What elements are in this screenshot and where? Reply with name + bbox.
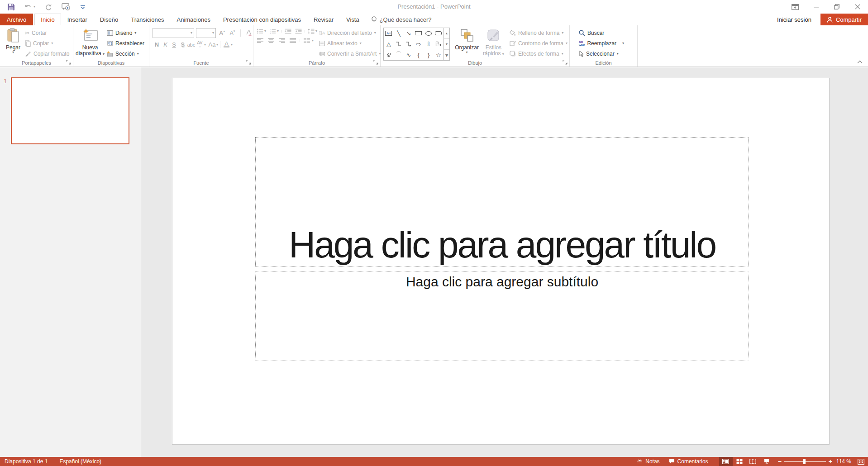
arrange-button[interactable]: Organizar ▾ [453, 27, 481, 60]
new-slide-dropdown-icon[interactable]: ▾ [103, 52, 105, 56]
shape-arc-icon[interactable]: ⌒ [394, 49, 404, 60]
cut-button[interactable]: ✂ Cortar [23, 28, 71, 38]
numbering-icon[interactable]: 123 [270, 29, 276, 34]
select-dropdown-icon[interactable]: ▾ [617, 52, 619, 56]
align-text-dropdown-icon[interactable]: ▾ [360, 42, 362, 45]
section-button[interactable]: Sección ▾ [105, 48, 146, 59]
shape-fill-button[interactable]: Relleno de forma ▾ [508, 28, 569, 38]
copy-button[interactable]: Copiar ▾ [23, 38, 71, 48]
layout-button[interactable]: Diseño ▾ [105, 28, 146, 38]
shape-outline-button[interactable]: Contorno de forma ▾ [508, 38, 569, 48]
ribbon-display-options-icon[interactable] [785, 0, 806, 14]
columns-dropdown-icon[interactable]: ▾ [312, 39, 314, 43]
zoom-slider[interactable] [784, 461, 826, 462]
replace-dropdown-icon[interactable]: ▾ [622, 42, 624, 45]
align-text-button[interactable]: Alinear texto ▾ [317, 38, 382, 48]
character-spacing-button[interactable]: AV↔ [196, 40, 204, 49]
shape-right-brace-icon[interactable]: } [424, 49, 434, 60]
arrange-dropdown-icon[interactable]: ▾ [466, 51, 468, 54]
italic-button[interactable]: K [161, 40, 170, 49]
zoom-slider-thumb[interactable] [803, 459, 806, 464]
customize-qat-icon[interactable] [80, 4, 86, 10]
text-direction-button[interactable]: A Dirección del texto ▾ [317, 28, 382, 38]
align-center-icon[interactable] [268, 38, 274, 43]
zoom-out-button[interactable]: − [778, 458, 782, 465]
undo-icon[interactable]: ▾ [24, 4, 35, 10]
quick-styles-dropdown-icon[interactable]: ▾ [502, 52, 504, 56]
clipboard-dialog-launcher-icon[interactable] [66, 60, 71, 65]
shape-outline-dropdown-icon[interactable]: ▾ [566, 42, 568, 45]
quick-styles-button[interactable]: Estilos rápidos ▾ [481, 27, 506, 60]
notes-toggle[interactable]: Notas [632, 457, 664, 466]
paste-button[interactable]: Pegar ▾ [3, 27, 23, 60]
layout-dropdown-icon[interactable]: ▾ [134, 31, 136, 35]
font-color-button[interactable]: A [222, 40, 231, 49]
shapes-scroll-up-icon[interactable]: ▲ [444, 28, 449, 39]
shape-effects-dropdown-icon[interactable]: ▾ [562, 52, 563, 56]
tell-me-box[interactable]: ¿Qué desea hacer? [366, 14, 437, 25]
reset-button[interactable]: Restablecer [105, 38, 146, 48]
shape-rectangle-icon[interactable] [414, 28, 424, 39]
shape-elbow-arrow-connector-icon[interactable] [404, 39, 414, 50]
bullets-icon[interactable] [257, 29, 263, 34]
shape-line-icon[interactable]: ╲ [394, 28, 404, 39]
tab-file[interactable]: Archivo [0, 14, 33, 25]
tab-presentacion[interactable]: Presentación con diapositivas [217, 14, 307, 25]
columns-icon[interactable] [304, 38, 310, 43]
font-color-dropdown-icon[interactable]: ▾ [231, 43, 233, 47]
font-name-combo[interactable]: ▾ [153, 28, 194, 38]
comments-toggle[interactable]: Comentarios [664, 457, 713, 466]
shapes-scroll-down-icon[interactable]: ▼ [444, 39, 449, 50]
select-button[interactable]: Seleccionar ▾ [577, 48, 637, 59]
drawing-dialog-launcher-icon[interactable] [563, 60, 568, 65]
tab-transiciones[interactable]: Transiciones [124, 14, 170, 25]
view-reading-button[interactable] [746, 457, 760, 466]
shape-scribble-icon[interactable] [384, 49, 394, 60]
start-from-beginning-icon[interactable] [62, 3, 71, 11]
numbering-dropdown-icon[interactable]: ▾ [277, 29, 279, 33]
undo-dropdown-icon[interactable]: ▾ [33, 5, 35, 9]
view-normal-button[interactable] [719, 457, 733, 466]
tab-animaciones[interactable]: Animaciones [170, 14, 216, 25]
grow-font-button[interactable]: A▴ [218, 29, 226, 38]
title-placeholder[interactable]: Haga clic para agregar título [255, 137, 749, 266]
text-direction-dropdown-icon[interactable]: ▾ [374, 31, 376, 35]
zoom-level[interactable]: 114 % [832, 458, 853, 465]
clear-formatting-icon[interactable] [244, 29, 253, 38]
minimize-button[interactable] [806, 0, 826, 14]
new-slide-button[interactable]: Nueva diapositiva ▾ [75, 27, 105, 60]
tab-inicio[interactable]: Inicio [34, 14, 61, 25]
restore-button[interactable] [826, 0, 847, 14]
shape-arrow-icon[interactable]: ↘ [404, 28, 414, 39]
view-slideshow-button[interactable] [760, 457, 773, 466]
slide-thumbnails-panel[interactable]: 1 [0, 67, 141, 457]
justify-icon[interactable] [290, 38, 296, 43]
section-dropdown-icon[interactable]: ▾ [137, 52, 139, 56]
replace-button[interactable]: ab⤷ac Reemplazar ▾ [577, 38, 637, 48]
shape-elbow-connector-icon[interactable] [394, 39, 404, 50]
shape-curve-icon[interactable]: ∿ [404, 49, 414, 60]
convert-smartart-button[interactable]: Convertir a SmartArt ▾ [317, 48, 382, 59]
close-button[interactable] [847, 0, 868, 14]
shrink-font-button[interactable]: A▾ [228, 29, 237, 38]
text-shadow-button[interactable]: S [178, 40, 187, 49]
tab-diseno[interactable]: Diseño [94, 14, 124, 25]
share-button[interactable]: Compartir [820, 14, 868, 25]
shape-oval-icon[interactable] [424, 28, 434, 39]
slide-counter[interactable]: Diapositiva 1 de 1 [5, 458, 48, 465]
decrease-indent-icon[interactable] [285, 29, 291, 34]
collapse-ribbon-icon[interactable] [857, 60, 863, 64]
line-spacing-icon[interactable] [308, 29, 315, 34]
language-indicator[interactable]: Español (México) [59, 458, 101, 465]
shape-left-brace-icon[interactable]: { [414, 49, 424, 60]
fit-slide-to-window-button[interactable] [853, 457, 868, 466]
shape-effects-button[interactable]: Efectos de forma ▾ [508, 48, 569, 59]
format-painter-button[interactable]: Copiar formato [23, 48, 71, 59]
find-button[interactable]: Buscar [577, 28, 637, 38]
tab-revisar[interactable]: Revisar [307, 14, 340, 25]
align-right-icon[interactable] [279, 38, 285, 43]
shape-textbox-icon[interactable]: A≡ [384, 28, 394, 39]
slide-thumbnail[interactable] [11, 77, 129, 144]
shape-rounded-rectangle-icon[interactable] [434, 28, 444, 39]
shape-star-icon[interactable]: ☆ [434, 49, 444, 60]
